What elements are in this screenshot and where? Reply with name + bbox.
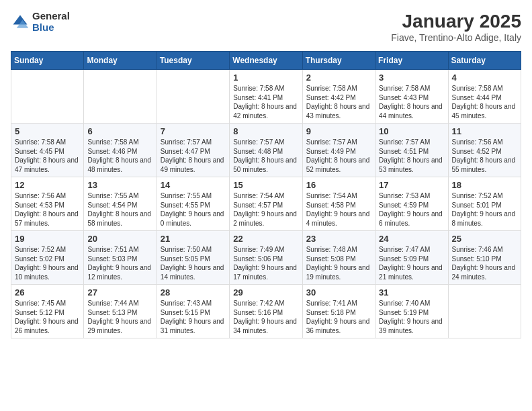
calendar-cell: 31Sunrise: 7:40 AM Sunset: 5:19 PM Dayli… (375, 285, 448, 338)
day-info: Sunrise: 7:45 AM Sunset: 5:12 PM Dayligh… (15, 299, 80, 335)
logo-blue-text: Blue (32, 22, 70, 34)
day-info: Sunrise: 7:55 AM Sunset: 4:55 PM Dayligh… (161, 191, 226, 228)
calendar-cell: 28Sunrise: 7:43 AM Sunset: 5:15 PM Dayli… (157, 285, 229, 338)
page-header: General Blue January 2025 Fiave, Trentin… (11, 11, 521, 43)
day-info: Sunrise: 7:41 AM Sunset: 5:18 PM Dayligh… (306, 299, 371, 335)
day-info: Sunrise: 7:57 AM Sunset: 4:47 PM Dayligh… (161, 138, 226, 174)
calendar-cell: 18Sunrise: 7:52 AM Sunset: 5:01 PM Dayli… (448, 177, 521, 231)
day-info: Sunrise: 7:58 AM Sunset: 4:41 PM Dayligh… (233, 84, 298, 120)
day-number: 10 (379, 126, 444, 136)
day-number: 5 (15, 126, 80, 136)
day-info: Sunrise: 7:49 AM Sunset: 5:06 PM Dayligh… (233, 245, 298, 281)
day-info: Sunrise: 7:52 AM Sunset: 5:02 PM Dayligh… (15, 245, 80, 281)
day-info: Sunrise: 7:50 AM Sunset: 5:05 PM Dayligh… (161, 245, 226, 281)
calendar-cell: 4Sunrise: 7:58 AM Sunset: 4:44 PM Daylig… (448, 70, 521, 124)
day-number: 27 (87, 287, 152, 298)
day-number: 12 (15, 180, 80, 190)
day-info: Sunrise: 7:57 AM Sunset: 4:48 PM Dayligh… (233, 138, 298, 174)
logo-icon (11, 13, 30, 32)
day-number: 21 (161, 234, 226, 244)
day-number: 31 (379, 287, 444, 298)
calendar-cell: 1Sunrise: 7:58 AM Sunset: 4:41 PM Daylig… (230, 70, 302, 124)
day-number: 1 (233, 73, 298, 83)
calendar-cell: 24Sunrise: 7:47 AM Sunset: 5:09 PM Dayli… (375, 231, 448, 285)
calendar-cell: 26Sunrise: 7:45 AM Sunset: 5:12 PM Dayli… (11, 285, 84, 338)
day-number: 19 (15, 234, 80, 244)
calendar-cell: 25Sunrise: 7:46 AM Sunset: 5:10 PM Dayli… (448, 231, 521, 285)
calendar-cell: 7Sunrise: 7:57 AM Sunset: 4:47 PM Daylig… (157, 124, 229, 177)
calendar-cell: 14Sunrise: 7:55 AM Sunset: 4:55 PM Dayli… (157, 177, 229, 231)
logo: General Blue (11, 11, 70, 33)
day-number: 25 (452, 234, 517, 244)
day-number: 6 (87, 126, 152, 136)
day-info: Sunrise: 7:47 AM Sunset: 5:09 PM Dayligh… (379, 245, 444, 281)
day-info: Sunrise: 7:44 AM Sunset: 5:13 PM Dayligh… (87, 299, 152, 335)
day-number: 7 (161, 126, 226, 136)
calendar-cell (157, 70, 229, 124)
calendar-body: 1Sunrise: 7:58 AM Sunset: 4:41 PM Daylig… (11, 70, 521, 338)
day-number: 24 (379, 234, 444, 244)
day-info: Sunrise: 7:53 AM Sunset: 4:59 PM Dayligh… (379, 191, 444, 228)
calendar-cell: 8Sunrise: 7:57 AM Sunset: 4:48 PM Daylig… (230, 124, 302, 177)
day-info: Sunrise: 7:42 AM Sunset: 5:16 PM Dayligh… (233, 299, 298, 335)
day-info: Sunrise: 7:58 AM Sunset: 4:44 PM Dayligh… (452, 84, 517, 120)
day-number: 3 (379, 73, 444, 83)
day-info: Sunrise: 7:57 AM Sunset: 4:49 PM Dayligh… (306, 138, 371, 174)
day-info: Sunrise: 7:58 AM Sunset: 4:43 PM Dayligh… (379, 84, 444, 120)
calendar-subtitle: Fiave, Trentino-Alto Adige, Italy (391, 32, 521, 43)
day-number: 30 (306, 287, 371, 298)
calendar-cell: 9Sunrise: 7:57 AM Sunset: 4:49 PM Daylig… (302, 124, 375, 177)
calendar-week-row: 5Sunrise: 7:58 AM Sunset: 4:45 PM Daylig… (11, 124, 521, 177)
day-number: 9 (306, 126, 371, 136)
day-info: Sunrise: 7:46 AM Sunset: 5:10 PM Dayligh… (452, 245, 517, 281)
weekday-header-monday: Monday (84, 52, 157, 70)
calendar-cell: 22Sunrise: 7:49 AM Sunset: 5:06 PM Dayli… (230, 231, 302, 285)
calendar-cell: 19Sunrise: 7:52 AM Sunset: 5:02 PM Dayli… (11, 231, 84, 285)
day-info: Sunrise: 7:54 AM Sunset: 4:57 PM Dayligh… (233, 191, 298, 228)
calendar-cell: 21Sunrise: 7:50 AM Sunset: 5:05 PM Dayli… (157, 231, 229, 285)
weekday-header-tuesday: Tuesday (157, 52, 229, 70)
calendar-cell (11, 70, 84, 124)
day-info: Sunrise: 7:52 AM Sunset: 5:01 PM Dayligh… (452, 191, 517, 228)
weekday-header-sunday: Sunday (11, 52, 84, 70)
calendar-cell: 6Sunrise: 7:58 AM Sunset: 4:46 PM Daylig… (84, 124, 157, 177)
day-info: Sunrise: 7:51 AM Sunset: 5:03 PM Dayligh… (87, 245, 152, 281)
calendar-cell: 3Sunrise: 7:58 AM Sunset: 4:43 PM Daylig… (375, 70, 448, 124)
day-number: 17 (379, 180, 444, 190)
calendar-cell: 17Sunrise: 7:53 AM Sunset: 4:59 PM Dayli… (375, 177, 448, 231)
day-number: 13 (87, 180, 152, 190)
logo-general-text: General (32, 11, 70, 22)
calendar-header: SundayMondayTuesdayWednesdayThursdayFrid… (11, 52, 521, 70)
day-number: 8 (233, 126, 298, 136)
day-info: Sunrise: 7:55 AM Sunset: 4:54 PM Dayligh… (87, 191, 152, 228)
calendar-cell: 23Sunrise: 7:48 AM Sunset: 5:08 PM Dayli… (302, 231, 375, 285)
day-number: 20 (87, 234, 152, 244)
day-info: Sunrise: 7:56 AM Sunset: 4:53 PM Dayligh… (15, 191, 80, 228)
calendar-cell: 20Sunrise: 7:51 AM Sunset: 5:03 PM Dayli… (84, 231, 157, 285)
calendar-cell: 2Sunrise: 7:58 AM Sunset: 4:42 PM Daylig… (302, 70, 375, 124)
day-number: 28 (161, 287, 226, 298)
day-number: 22 (233, 234, 298, 244)
calendar-week-row: 12Sunrise: 7:56 AM Sunset: 4:53 PM Dayli… (11, 177, 521, 231)
weekday-header-thursday: Thursday (302, 52, 375, 70)
day-number: 14 (161, 180, 226, 190)
day-number: 29 (233, 287, 298, 298)
calendar-week-row: 26Sunrise: 7:45 AM Sunset: 5:12 PM Dayli… (11, 285, 521, 338)
calendar-week-row: 1Sunrise: 7:58 AM Sunset: 4:41 PM Daylig… (11, 70, 521, 124)
weekday-header-wednesday: Wednesday (230, 52, 302, 70)
weekday-header-saturday: Saturday (448, 52, 521, 70)
day-number: 18 (452, 180, 517, 190)
day-info: Sunrise: 7:56 AM Sunset: 4:52 PM Dayligh… (452, 138, 517, 174)
day-info: Sunrise: 7:58 AM Sunset: 4:42 PM Dayligh… (306, 84, 371, 120)
calendar-title: January 2025 (391, 11, 521, 32)
day-info: Sunrise: 7:58 AM Sunset: 4:46 PM Dayligh… (87, 138, 152, 174)
calendar-cell: 12Sunrise: 7:56 AM Sunset: 4:53 PM Dayli… (11, 177, 84, 231)
day-number: 2 (306, 73, 371, 83)
day-number: 11 (452, 126, 517, 136)
day-number: 26 (15, 287, 80, 298)
calendar-cell: 5Sunrise: 7:58 AM Sunset: 4:45 PM Daylig… (11, 124, 84, 177)
calendar-cell (84, 70, 157, 124)
calendar-cell: 11Sunrise: 7:56 AM Sunset: 4:52 PM Dayli… (448, 124, 521, 177)
day-info: Sunrise: 7:57 AM Sunset: 4:51 PM Dayligh… (379, 138, 444, 174)
calendar-cell: 27Sunrise: 7:44 AM Sunset: 5:13 PM Dayli… (84, 285, 157, 338)
